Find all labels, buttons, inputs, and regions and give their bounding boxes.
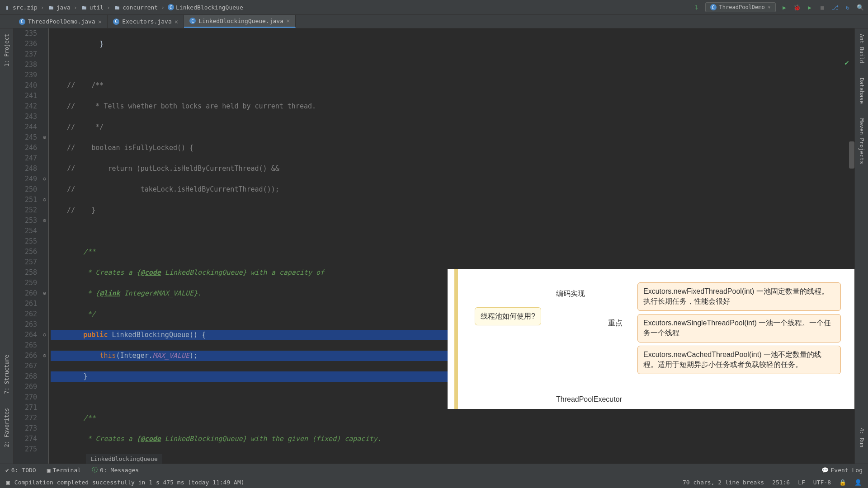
tool-tab-eventlog[interactable]: 💬Event Log: [821, 467, 863, 474]
class-icon: C: [19, 19, 25, 25]
close-icon[interactable]: ×: [175, 18, 178, 25]
mindmap-branch-label: ThreadPoolExecutor: [556, 395, 622, 404]
scrollbar-thumb[interactable]: [849, 141, 854, 169]
run-configuration-selector[interactable]: C ThreadPoolDemo ▾: [705, 2, 776, 12]
code-line: // takeLock.isHeldByCurrentThread());: [51, 184, 854, 195]
log-icon: 💬: [821, 467, 829, 474]
terminal-icon: ▣: [47, 467, 51, 474]
code-line: // * Tells whether both locks are held b…: [51, 101, 854, 112]
check-icon: ✔: [5, 467, 9, 474]
toolbar-right: ⤵ C ThreadPoolDemo ▾ ▶ 🐞 ▶ ■ ⎇ ↻ 🔍: [693, 2, 864, 12]
line-separator[interactable]: LF: [798, 479, 805, 486]
close-icon[interactable]: ×: [98, 18, 102, 25]
tab-executors[interactable]: C Executors.java ×: [108, 15, 184, 28]
mindmap-leaf-node[interactable]: Excutors.newCachedThreadPool(int) 一池不定数量…: [637, 346, 841, 374]
tab-label: Executors.java: [122, 18, 172, 25]
chevron-right-icon: ›: [74, 4, 77, 11]
info-icon: ⓘ: [92, 466, 98, 474]
status-bar: ▣ Compilation completed successfully in …: [0, 476, 868, 488]
run-config-label: ThreadPoolDemo: [719, 4, 765, 10]
tool-tab-run[interactable]: 4: Run: [858, 425, 866, 450]
class-icon: C: [168, 4, 174, 10]
breadcrumb-item[interactable]: LinkedBlockingQueue: [176, 4, 243, 11]
code-line: *: [51, 455, 854, 464]
code-line: /**: [51, 413, 854, 423]
mindmap-root-node[interactable]: 线程池如何使用?: [475, 307, 541, 325]
tool-tab-database[interactable]: Database: [858, 75, 866, 107]
code-line: // boolean isFullyLocked() {: [51, 143, 854, 153]
debug-button[interactable]: 🐞: [793, 3, 801, 11]
cursor-position[interactable]: 251:6: [772, 479, 790, 486]
breadcrumb[interactable]: ▮ src.zip › 🖿 java › 🖿 util › 🖿 concurre…: [4, 4, 243, 11]
code-line: [51, 60, 854, 70]
editor-tabs: C ThreadPoolDemo.java × C Executors.java…: [0, 15, 868, 28]
tab-linkedblockingqueue[interactable]: C LinkedBlockingQueue.java ×: [184, 15, 296, 28]
class-icon: C: [113, 19, 119, 25]
folder-icon: 🖿: [80, 4, 88, 11]
code-line: // /**: [51, 80, 854, 91]
vcs-icon[interactable]: ⎇: [831, 3, 839, 11]
mindmap-overlay: 线程池如何使用? 编码实现 重点 ThreadPoolExecutor Excu…: [448, 269, 854, 409]
bottom-tool-stripe: ✔6: TODO ▣Terminal ⓘ0: Messages 💬Event L…: [0, 464, 868, 476]
right-tool-stripe: Ant Build Database Maven Projects 4: Run: [854, 28, 868, 464]
tool-tab-ant[interactable]: Ant Build: [858, 31, 866, 66]
archive-icon: ▮: [4, 4, 11, 11]
code-line: /**: [51, 247, 854, 257]
navigation-bar: ▮ src.zip › 🖿 java › 🖿 util › 🖿 concurre…: [0, 0, 868, 15]
mindmap-leaf-node[interactable]: Excutors.newFixedThreadPool(int) 一池固定数量的…: [637, 282, 841, 311]
mindmap-branch-label: 编码实现: [556, 289, 585, 299]
folder-icon: 🖿: [47, 4, 55, 11]
chevron-right-icon: ›: [41, 4, 44, 11]
class-icon: C: [189, 18, 196, 24]
code-line: [51, 226, 854, 236]
breadcrumb-item[interactable]: java: [57, 4, 71, 11]
code-line: }: [51, 39, 854, 49]
tab-label: ThreadPoolDemo.java: [28, 18, 95, 25]
chevron-right-icon: ›: [161, 4, 165, 11]
status-message: Compilation completed successfully in 1 …: [14, 479, 245, 486]
lock-icon[interactable]: 🔒: [839, 479, 846, 486]
tool-tab-structure[interactable]: 7: Structure: [3, 352, 11, 397]
tool-tab-project[interactable]: 1: Project: [3, 31, 11, 69]
selection-info: 70 chars, 2 line breaks: [683, 479, 764, 486]
hector-icon[interactable]: 👤: [854, 479, 862, 486]
mindmap-leaf-node[interactable]: Excutors.newSingleThreadPool(int) 一池一个线程…: [637, 314, 841, 343]
close-icon[interactable]: ×: [286, 17, 290, 24]
chevron-right-icon: ›: [107, 4, 110, 11]
chevron-down-icon: ▾: [768, 4, 771, 10]
tab-threadpooldemo[interactable]: C ThreadPoolDemo.java ×: [14, 15, 108, 28]
tool-tab-terminal[interactable]: ▣Terminal: [47, 467, 81, 474]
build-icon[interactable]: ⤵: [693, 3, 701, 11]
class-icon: C: [710, 4, 717, 10]
code-line: * Creates a {@code LinkedBlockingQueue} …: [51, 434, 854, 444]
tool-tab-messages[interactable]: ⓘ0: Messages: [92, 466, 139, 474]
tool-tab-todo[interactable]: ✔6: TODO: [5, 467, 36, 474]
mindmap-branch-label: 重点: [608, 319, 623, 328]
code-line: // */: [51, 122, 854, 132]
file-encoding[interactable]: UTF-8: [813, 479, 831, 486]
search-icon[interactable]: 🔍: [856, 3, 864, 11]
tool-tab-maven[interactable]: Maven Projects: [858, 116, 866, 167]
tab-label: LinkedBlockingQueue.java: [198, 18, 283, 24]
breadcrumb-item[interactable]: util: [90, 4, 104, 11]
tool-tab-favorites[interactable]: 2: Favorites: [3, 405, 11, 450]
fold-gutter[interactable]: ⊖⊖⊖⊖⊖⊖⊖: [41, 28, 49, 464]
left-tool-stripe: 1: Project 7: Structure 2: Favorites: [0, 28, 14, 464]
folder-icon: 🖿: [113, 4, 121, 11]
run-coverage-button[interactable]: ▶: [806, 3, 814, 11]
code-line: // return (putLock.isHeldByCurrentThread…: [51, 164, 854, 174]
inspection-ok-icon[interactable]: ✔: [844, 58, 849, 67]
run-button[interactable]: ▶: [780, 3, 788, 11]
line-number-gutter: 2352362372382392402412422432442452462472…: [14, 28, 41, 464]
breadcrumb-item[interactable]: src.zip: [13, 4, 38, 11]
update-icon[interactable]: ↻: [844, 3, 852, 11]
editor-breadcrumb[interactable]: LinkedBlockingQueue: [86, 454, 162, 464]
code-line: // }: [51, 205, 854, 216]
windows-icon[interactable]: ▣: [6, 479, 10, 486]
stop-button[interactable]: ■: [818, 3, 826, 11]
breadcrumb-item[interactable]: concurrent: [123, 4, 158, 11]
